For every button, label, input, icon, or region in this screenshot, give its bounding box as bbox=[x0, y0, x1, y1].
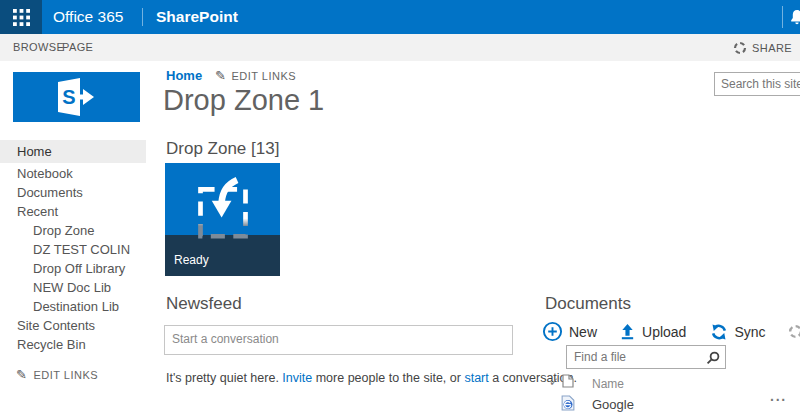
pencil-icon: ✎ bbox=[215, 68, 226, 83]
edit-links-top[interactable]: ✎ EDIT LINKS bbox=[215, 68, 296, 83]
new-label: New bbox=[569, 324, 597, 340]
share-disabled-icon bbox=[788, 324, 800, 339]
sidebar-item-site-contents[interactable]: Site Contents bbox=[0, 316, 150, 335]
find-file-box bbox=[566, 345, 726, 369]
upload-label: Upload bbox=[642, 324, 686, 340]
start-conversation-link[interactable]: start bbox=[464, 371, 488, 385]
upload-arrow-icon bbox=[619, 323, 636, 340]
sharepoint-page: Office 365 SharePoint BROWSE PAGE SHARE … bbox=[0, 0, 800, 416]
new-document-button[interactable]: New bbox=[542, 321, 597, 342]
search-magnifier-icon[interactable] bbox=[706, 351, 720, 369]
tab-page[interactable]: PAGE bbox=[62, 34, 93, 61]
documents-toolbar: New Upload Sync Share bbox=[542, 321, 800, 342]
upload-button[interactable]: Upload bbox=[619, 323, 686, 340]
quiet-text-mid: more people to the site, or bbox=[312, 371, 464, 385]
edit-links-label: EDIT LINKS bbox=[231, 70, 296, 82]
document-row-google[interactable]: Google bbox=[592, 397, 634, 412]
share-label: SHARE bbox=[752, 42, 792, 54]
left-navigation: Home Notebook Documents Recent Drop Zone… bbox=[0, 140, 150, 382]
sharepoint-logo-icon: S bbox=[44, 76, 110, 118]
site-search-input[interactable] bbox=[714, 72, 800, 96]
dropzone-heading: Drop Zone [13] bbox=[166, 139, 279, 159]
name-column-header[interactable]: Name bbox=[592, 377, 624, 391]
svg-text:S: S bbox=[62, 86, 75, 108]
find-file-input[interactable] bbox=[567, 346, 725, 368]
invite-link[interactable]: Invite bbox=[282, 371, 312, 385]
sidebar-item-recycle-bin[interactable]: Recycle Bin bbox=[0, 335, 150, 354]
dropzone-tile[interactable]: Ready bbox=[165, 163, 280, 276]
newsfeed-quiet-text: It's pretty quiet here. Invite more peop… bbox=[166, 371, 577, 385]
waffle-icon bbox=[13, 9, 30, 26]
office-365-link[interactable]: Office 365 bbox=[53, 0, 123, 34]
drop-target-icon bbox=[193, 176, 253, 244]
share-document-button[interactable]: Share bbox=[788, 324, 800, 340]
breadcrumb-home-link[interactable]: Home bbox=[166, 68, 202, 83]
sidebar-item-dz-test-colin[interactable]: DZ TEST COLIN bbox=[0, 240, 150, 259]
ribbon-bar: BROWSE PAGE SHARE bbox=[0, 34, 800, 61]
file-type-column-icon bbox=[562, 374, 574, 392]
new-plus-icon bbox=[542, 321, 563, 342]
conversation-input[interactable] bbox=[164, 325, 513, 355]
pencil-icon: ✎ bbox=[16, 367, 27, 382]
sync-label: Sync bbox=[734, 324, 765, 340]
sharepoint-link[interactable]: SharePoint bbox=[156, 0, 238, 34]
share-icon bbox=[733, 41, 747, 55]
app-launcher-button[interactable] bbox=[0, 0, 42, 34]
notifications-bell-icon[interactable] bbox=[789, 9, 800, 30]
sidebar-item-drop-off-library[interactable]: Drop Off Library bbox=[0, 259, 150, 278]
sidebar-item-documents[interactable]: Documents bbox=[0, 183, 150, 202]
edit-links-label: EDIT LINKS bbox=[33, 369, 98, 381]
sidebar-item-notebook[interactable]: Notebook bbox=[0, 164, 150, 183]
tab-browse[interactable]: BROWSE bbox=[13, 34, 64, 61]
quiet-text-prefix: It's pretty quiet here. bbox=[166, 371, 282, 385]
sync-button[interactable]: Sync bbox=[710, 323, 765, 341]
page-title: Drop Zone 1 bbox=[163, 84, 324, 117]
sidebar-item-home[interactable]: Home bbox=[0, 140, 146, 163]
google-link-file-icon[interactable] bbox=[561, 395, 575, 415]
select-all-checkmark[interactable]: ✓ bbox=[549, 375, 559, 389]
sidebar-item-recent[interactable]: Recent bbox=[0, 202, 150, 221]
sidebar-item-drop-zone[interactable]: Drop Zone bbox=[0, 221, 150, 240]
share-button[interactable]: SHARE bbox=[733, 34, 792, 61]
suite-bar-divider-right bbox=[782, 6, 783, 28]
row-ellipsis-menu[interactable]: ··· bbox=[770, 392, 787, 408]
documents-heading: Documents bbox=[545, 294, 631, 314]
newsfeed-heading: Newsfeed bbox=[166, 294, 242, 314]
tile-status-label: Ready bbox=[174, 253, 209, 267]
suite-bar: Office 365 SharePoint bbox=[0, 0, 800, 34]
site-logo[interactable]: S bbox=[13, 72, 140, 122]
sync-icon bbox=[710, 323, 728, 341]
suite-bar-divider bbox=[142, 8, 143, 26]
sidebar-item-destination-lib[interactable]: Destination Lib bbox=[0, 297, 150, 316]
sidebar-item-new-doc-lib[interactable]: NEW Doc Lib bbox=[0, 278, 150, 297]
edit-links-sidebar[interactable]: ✎ EDIT LINKS bbox=[0, 367, 150, 382]
